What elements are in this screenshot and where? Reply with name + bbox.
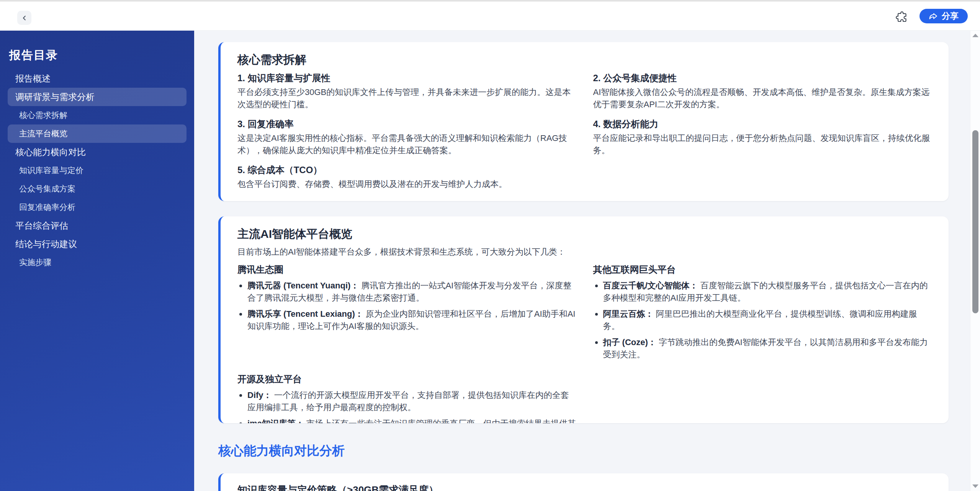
topbar-actions: 分享	[896, 2, 968, 30]
requirement-item: 2. 公众号集成便捷性AI智能体接入微信公众号的流程是否顺畅、开发成本高低、维护…	[593, 72, 932, 111]
sidebar-item[interactable]: 核心需求拆解	[8, 106, 187, 124]
sidebar-title: 报告目录	[9, 47, 194, 63]
bullet-name: Dify：	[247, 390, 272, 400]
requirement-item: 3. 回复准确率这是决定AI客服实用性的核心指标。平台需具备强大的语义理解和知识…	[237, 118, 576, 157]
bullet-name: 腾讯元器 (Tencent Yuanqi)：	[247, 281, 359, 290]
bullet-item: 百度云千帆/文心智能体： 百度智能云旗下的大模型服务平台，提供包括文心一言在内的…	[593, 280, 932, 304]
card-intro: 目前市场上的AI智能体搭建平台众多，根据技术背景和生态系统，可大致分为以下几类：	[237, 246, 932, 258]
bullet-name: 阿里云百炼：	[603, 309, 654, 319]
requirement-item: 1. 知识库容量与扩展性平台必须支持至少30GB的知识库文件上传与管理，并具备未…	[237, 72, 576, 111]
platform-groups: 腾讯生态圈腾讯元器 (Tencent Yuanqi)： 腾讯官方推出的一站式AI…	[237, 264, 932, 423]
sidebar-item[interactable]: 核心能力横向对比	[8, 143, 187, 161]
requirement-body: 平台必须支持至少30GB的知识库文件上传与管理，并具备未来进一步扩展的能力。这是…	[237, 86, 576, 111]
sidebar-item[interactable]: 平台综合评估	[8, 216, 187, 235]
bullet-item: 腾讯元器 (Tencent Yuanqi)： 腾讯官方推出的一站式AI智能体开发…	[237, 280, 576, 304]
sidebar-item[interactable]: 调研背景与需求分析	[8, 88, 187, 106]
bullet-item: Dify： 一个流行的开源大模型应用开发平台，支持自部署，提供包括知识库在内的全…	[237, 389, 576, 414]
bullet-item: 扣子 (Coze)： 字节跳动推出的免费AI智能体开发平台，以其简洁易用和多平台…	[593, 336, 932, 361]
scroll-down-icon[interactable]	[972, 484, 978, 488]
sidebar-item[interactable]: 回复准确率分析	[8, 198, 187, 216]
section-heading: 核心能力横向对比分析	[218, 442, 949, 460]
bullet-item: 腾讯乐享 (Tencent Lexiang)： 原为企业内部知识管理和社区平台，…	[237, 308, 576, 332]
sidebar-item[interactable]: 主流平台概览	[8, 124, 187, 143]
requirement-item: 5. 综合成本（TCO）包含平台订阅费、存储费、模型调用费以及潜在的开发与维护人…	[237, 164, 576, 190]
requirement-item: 4. 数据分析能力平台应能记录和导出职工的提问日志，便于您分析热点问题、发现知识…	[593, 118, 932, 157]
bullet-name: 腾讯乐享 (Tencent Lexiang)：	[247, 309, 363, 319]
bullet-name: 百度云千帆/文心智能体：	[603, 281, 698, 290]
requirement-title: 4. 数据分析能力	[593, 118, 932, 130]
requirement-body: 包含平台订阅费、存储费、模型调用费以及潜在的开发与维护人力成本。	[237, 178, 576, 190]
card-core-requirements: 核心需求拆解 1. 知识库容量与扩展性平台必须支持至少30GB的知识库文件上传与…	[218, 42, 949, 201]
report-content-area: 核心需求拆解 1. 知识库容量与扩展性平台必须支持至少30GB的知识库文件上传与…	[194, 31, 980, 491]
platform-group: 开源及独立平台Dify： 一个流行的开源大模型应用开发平台，支持自部署，提供包括…	[237, 373, 576, 423]
requirement-title: 2. 公众号集成便捷性	[593, 72, 932, 84]
scroll-up-icon[interactable]	[972, 34, 978, 37]
sidebar-item[interactable]: 公众号集成方案	[8, 180, 187, 198]
puzzle-icon[interactable]	[896, 10, 908, 22]
sidebar-item[interactable]: 结论与行动建议	[8, 235, 187, 253]
share-button[interactable]: 分享	[919, 9, 968, 23]
report-content: 核心需求拆解 1. 知识库容量与扩展性平台必须支持至少30GB的知识库文件上传与…	[218, 42, 949, 491]
requirement-body: AI智能体接入微信公众号的流程是否顺畅、开发成本高低、维护是否复杂。原生集成方案…	[593, 86, 932, 111]
share-icon	[929, 11, 938, 21]
requirement-body: 这是决定AI客服实用性的核心指标。平台需具备强大的语义理解和知识检索能力（RAG…	[237, 132, 576, 157]
bullet-list: Dify： 一个流行的开源大模型应用开发平台，支持自部署，提供包括知识库在内的全…	[237, 389, 576, 423]
card-title: 知识库容量与定价策略（>30GB需求满足度）	[237, 483, 932, 491]
sidebar-nav: 报告概述调研背景与需求分析核心需求拆解主流平台概览核心能力横向对比知识库容量与定…	[0, 69, 194, 272]
vertical-scrollbar[interactable]	[970, 31, 980, 491]
requirement-body: 平台应能记录和导出职工的提问日志，便于您分析热点问题、发现知识库盲区，持续优化服…	[593, 132, 932, 157]
scrollbar-thumb[interactable]	[972, 130, 978, 313]
bullet-item: 阿里云百炼： 阿里巴巴推出的大模型商业化平台，提供模型训练、微调和应用构建服务。	[593, 308, 932, 332]
share-label: 分享	[942, 10, 959, 22]
bullet-list: 百度云千帆/文心智能体： 百度智能云旗下的大模型服务平台，提供包括文心一言在内的…	[593, 280, 932, 361]
platform-group-heading: 其他互联网巨头平台	[593, 264, 932, 276]
sidebar-item[interactable]: 实施步骤	[8, 253, 187, 272]
platform-group: 腾讯生态圈腾讯元器 (Tencent Yuanqi)： 腾讯官方推出的一站式AI…	[237, 264, 576, 365]
bullet-name: 扣子 (Coze)：	[603, 337, 656, 347]
bullet-desc: 一个流行的开源大模型应用开发平台，支持自部署，提供包括知识库在内的全套应用编排工…	[247, 390, 569, 412]
card-title: 核心需求拆解	[237, 52, 932, 68]
bullet-list: 腾讯元器 (Tencent Yuanqi)： 腾讯官方推出的一站式AI智能体开发…	[237, 280, 576, 332]
card-knowledge-pricing: 知识库容量与定价策略（>30GB需求满足度）	[218, 473, 949, 491]
sidebar-item[interactable]: 知识库容量与定价	[8, 161, 187, 180]
card-title: 主流AI智能体平台概览	[237, 226, 932, 242]
back-button[interactable]	[17, 11, 31, 25]
bullet-item: ima知识库等： 市场上还有一些专注于知识库管理的垂直厂商，但由于搜索结果未提供…	[237, 417, 576, 423]
requirement-title: 5. 综合成本（TCO）	[237, 164, 576, 176]
report-toc-sidebar: 报告目录 报告概述调研背景与需求分析核心需求拆解主流平台概览核心能力横向对比知识…	[0, 31, 194, 491]
requirement-title: 1. 知识库容量与扩展性	[237, 72, 576, 84]
bullet-name: ima知识库等：	[247, 419, 304, 423]
platform-group-heading: 腾讯生态圈	[237, 264, 576, 276]
sidebar-item[interactable]: 报告概述	[8, 69, 187, 88]
requirements-grid: 1. 知识库容量与扩展性平台必须支持至少30GB的知识库文件上传与管理，并具备未…	[237, 72, 932, 190]
chevron-left-icon	[20, 14, 29, 22]
platform-group-heading: 开源及独立平台	[237, 373, 576, 385]
requirement-title: 3. 回复准确率	[237, 118, 576, 130]
card-platform-overview: 主流AI智能体平台概览 目前市场上的AI智能体搭建平台众多，根据技术背景和生态系…	[218, 216, 949, 423]
topbar: 分享	[0, 0, 980, 31]
platform-group: 其他互联网巨头平台百度云千帆/文心智能体： 百度智能云旗下的大模型服务平台，提供…	[593, 264, 932, 365]
